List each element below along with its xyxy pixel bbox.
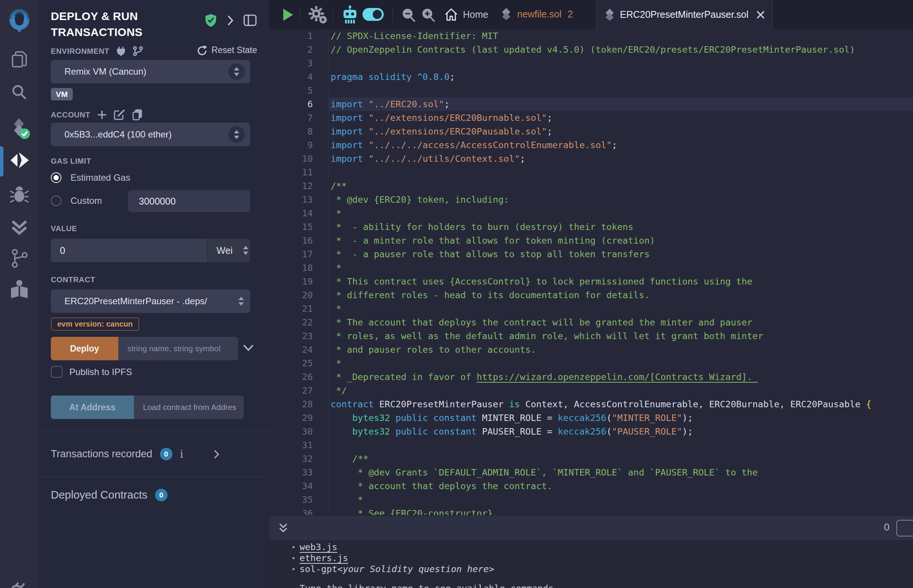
zoom-out-icon[interactable] [401, 8, 416, 23]
line-number: 5 [269, 84, 313, 97]
script-config-gear-icon[interactable] [308, 5, 328, 24]
line-number: 2 [269, 43, 313, 57]
code-line-17[interactable]: 17 * - a pauser role that allows to stop… [269, 247, 913, 261]
environment-select[interactable]: Remix VM (Cancun) [51, 60, 250, 83]
code-line-12[interactable]: 12/** [269, 179, 913, 193]
transactions-recorded-row[interactable]: Transactions recorded 0 i [51, 448, 250, 460]
debugger-icon[interactable] [0, 185, 39, 205]
expand-panel-icon[interactable] [227, 15, 233, 26]
reset-state-button[interactable]: Reset State [196, 45, 257, 55]
expand-constructor-icon[interactable] [243, 344, 254, 352]
custom-gas-input[interactable] [128, 190, 250, 212]
deploy-button[interactable]: Deploy [51, 337, 118, 360]
terminal-item[interactable]: •web3.js [291, 542, 337, 553]
remix-logo-icon[interactable] [0, 8, 39, 34]
code-line-24[interactable]: 24 * and pauser roles to other accounts. [269, 343, 913, 357]
code-line-2[interactable]: 2// OpenZeppelin Contracts (last updated… [269, 43, 913, 57]
zoom-in-icon[interactable] [421, 8, 436, 23]
plug-icon[interactable] [116, 46, 126, 57]
code-line-5[interactable]: 5 [269, 84, 913, 97]
code-editor[interactable]: 1// SPDX-License-Identifier: MIT2// Open… [269, 29, 913, 515]
account-select[interactable]: 0x5B3...eddC4 (100 ether) [51, 123, 250, 146]
value-unit-select[interactable]: Wei [207, 239, 250, 262]
estimated-gas-radio[interactable] [51, 172, 62, 183]
terminal-content[interactable]: •web3.js•ethers.js•sol-gpt <your Solidit… [269, 540, 913, 588]
unit-testing-icon[interactable] [0, 218, 39, 236]
contract-label: CONTRACT [51, 275, 95, 284]
terminal-item[interactable]: •ethers.js [291, 553, 348, 564]
code-line-3[interactable]: 3 [269, 57, 913, 70]
code-line-6[interactable]: 6import "../ERC20.sol"; [269, 97, 913, 111]
editor-region: Home newfile.sol 2 ERC20PresetMinterPaus… [269, 0, 913, 588]
code-line-26[interactable]: 26 * _Deprecated in favor of https://wiz… [269, 370, 913, 384]
code-line-33[interactable]: 33 * @dev Grants `DEFAULT_ADMIN_ROLE`, `… [269, 465, 913, 479]
ai-copilot-robot-icon [341, 5, 359, 24]
publish-ipfs-checkbox[interactable] [51, 366, 63, 378]
code-line-27[interactable]: 27 */ [269, 384, 913, 397]
line-number: 33 [269, 465, 313, 479]
line-number: 15 [269, 220, 313, 234]
sign-message-icon[interactable] [114, 109, 125, 121]
copy-account-icon[interactable] [132, 109, 142, 121]
code-line-28[interactable]: 28contract ERC20PresetMinterPauser is Co… [269, 397, 913, 411]
constructor-args-input[interactable] [118, 337, 238, 360]
git-icon[interactable] [0, 249, 39, 268]
line-number: 21 [269, 302, 313, 316]
transactions-expand-icon[interactable] [214, 449, 220, 459]
line-number: 18 [269, 261, 313, 275]
line-number: 17 [269, 247, 313, 261]
code-line-21[interactable]: 21 * [269, 302, 913, 316]
code-line-13[interactable]: 13 * @dev {ERC20} token, including: [269, 193, 913, 207]
add-account-icon[interactable] [97, 110, 107, 120]
code-line-30[interactable]: 30 bytes32 public constant PAUSER_ROLE =… [269, 425, 913, 438]
code-line-29[interactable]: 29 bytes32 public constant MINTER_ROLE =… [269, 411, 913, 425]
close-tab-icon[interactable] [756, 10, 765, 19]
code-line-7[interactable]: 7import "../extensions/ERC20Burnable.sol… [269, 111, 913, 124]
value-input[interactable] [51, 239, 207, 262]
run-script-icon[interactable] [282, 8, 294, 21]
code-line-34[interactable]: 34 * account that deploys the contract. [269, 479, 913, 493]
code-line-18[interactable]: 18 * [269, 261, 913, 275]
terminal-bar[interactable]: 0 [269, 515, 913, 540]
solidity-compiler-icon[interactable] [0, 117, 39, 140]
line-number: 7 [269, 111, 313, 124]
code-line-25[interactable]: 25 * [269, 357, 913, 370]
ai-copilot-toggle[interactable] [363, 8, 384, 21]
tab-home[interactable]: Home [444, 8, 488, 21]
transactions-count-badge: 0 [160, 448, 173, 460]
at-address-input[interactable] [134, 396, 244, 419]
custom-gas-radio[interactable] [51, 195, 62, 206]
tab-erc20presetminterpauser[interactable]: ERC20PresetMinterPauser.sol [596, 0, 773, 29]
line-number: 26 [269, 370, 313, 384]
search-icon[interactable] [0, 82, 39, 102]
code-line-35[interactable]: 35 * [269, 493, 913, 507]
at-address-button[interactable]: At Address [51, 396, 134, 419]
code-line-4[interactable]: 4pragma solidity ^0.8.0; [269, 70, 913, 84]
terminal-search-box[interactable] [896, 520, 913, 536]
plugin-manager-icon[interactable] [0, 577, 39, 588]
collapse-terminal-icon[interactable] [278, 522, 288, 534]
code-line-19[interactable]: 19 * This contract uses {AccessControl} … [269, 275, 913, 288]
code-line-16[interactable]: 16 * - a minter role that allows for tok… [269, 234, 913, 247]
code-line-31[interactable]: 31 [269, 438, 913, 452]
fork-environment-icon[interactable] [133, 46, 143, 57]
code-line-32[interactable]: 32 /** [269, 452, 913, 465]
tab-newfile[interactable]: newfile.sol 2 [501, 8, 573, 21]
code-line-1[interactable]: 1// SPDX-License-Identifier: MIT [269, 29, 913, 43]
code-line-22[interactable]: 22 * The account that deploys the contra… [269, 316, 913, 329]
code-line-11[interactable]: 11 [269, 166, 913, 179]
code-line-10[interactable]: 10import "../../../utils/Context.sol"; [269, 152, 913, 166]
code-line-36[interactable]: 36 * See {ERC20-constructor}. [269, 507, 913, 515]
code-line-8[interactable]: 8import "../extensions/ERC20Pausable.sol… [269, 124, 913, 138]
code-line-9[interactable]: 9import "../../../access/AccessControlEn… [269, 138, 913, 152]
code-line-23[interactable]: 23 * roles, as well as the default admin… [269, 329, 913, 343]
code-line-15[interactable]: 15 * - ability for holders to burn (dest… [269, 220, 913, 234]
line-number: 4 [269, 70, 313, 84]
code-line-20[interactable]: 20 * different roles - head to its docum… [269, 288, 913, 302]
code-line-14[interactable]: 14 * [269, 207, 913, 220]
learneth-icon[interactable] [0, 279, 39, 299]
pin-panel-icon[interactable] [243, 15, 257, 26]
contract-select[interactable]: ERC20PresetMinterPauser - .deps/ [51, 289, 250, 313]
file-explorer-icon[interactable] [0, 50, 39, 70]
deploy-and-run-icon[interactable] [0, 151, 39, 170]
